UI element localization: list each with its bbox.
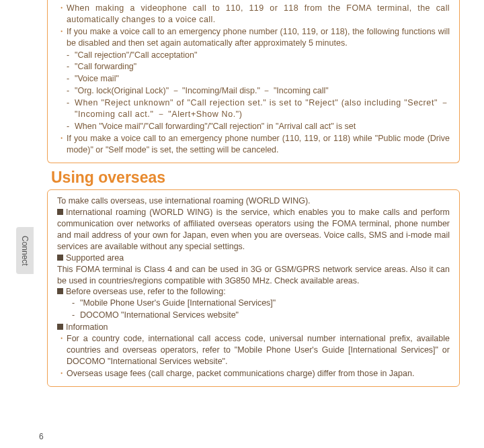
- page-content: ・ When making a videophone call to 110, …: [0, 0, 484, 387]
- item-text: For a country code, international call a…: [67, 333, 450, 367]
- list-sub-item: -"Org. lock(Original Lock)" － "Incoming/…: [57, 85, 450, 97]
- information-label: Information: [57, 322, 450, 333]
- list-sub-item: -"Call forwarding": [57, 61, 450, 73]
- bullet-icon: ・: [57, 26, 67, 49]
- dash-icon: -: [67, 73, 75, 85]
- square-icon: [57, 255, 63, 261]
- dash-icon: -: [72, 310, 80, 321]
- list-sub-item: -When "Reject unknown" of "Call rejectio…: [57, 97, 450, 120]
- bullet-icon: ・: [57, 133, 67, 156]
- item-text: Overseas usage fees (call charge, packet…: [67, 368, 450, 379]
- list-sub-item: -"Voice mail": [57, 73, 450, 85]
- dash-icon: -: [67, 50, 75, 61]
- supported-label: Supported area: [57, 253, 450, 264]
- sub-text: "Mobile Phone User's Guide [Internationa…: [80, 298, 450, 309]
- list-item: ・ For a country code, international call…: [57, 333, 450, 367]
- intro-text: To make calls overseas, use internationa…: [57, 195, 450, 207]
- sub-text: When "Voice mail"/"Call forwarding"/"Cal…: [75, 121, 450, 132]
- before-label-text: Before overseas use, refer to the follow…: [66, 287, 226, 296]
- section-heading-overseas: Using overseas: [51, 169, 460, 187]
- square-icon: [57, 288, 63, 294]
- emergency-info-box: ・ When making a videophone call to 110, …: [47, 0, 460, 163]
- info-label-text: Information: [66, 322, 108, 332]
- bullet-icon: ・: [57, 333, 67, 367]
- list-sub-item: -When "Voice mail"/"Call forwarding"/"Ca…: [57, 121, 450, 132]
- list-item: ・ If you make a voice call to an emergen…: [57, 26, 450, 49]
- square-icon: [57, 324, 63, 330]
- item-text: If you make a voice call to an emergency…: [67, 133, 450, 156]
- sidebar-tab-connect: Connect: [16, 227, 34, 274]
- supported-label-text: Supported area: [66, 253, 124, 263]
- item-text: If you make a voice call to an emergency…: [67, 26, 450, 49]
- dash-icon: -: [67, 61, 75, 73]
- list-item: ・ When making a videophone call to 110, …: [57, 3, 450, 26]
- dash-icon: -: [67, 85, 75, 97]
- dash-icon: -: [67, 121, 75, 132]
- overseas-info-box: To make calls overseas, use internationa…: [47, 189, 460, 387]
- dash-icon: -: [72, 298, 80, 309]
- bullet-icon: ・: [57, 3, 67, 26]
- list-sub-item: -"Call rejection"/"Call acceptation": [57, 50, 450, 61]
- sub-text: "Call forwarding": [75, 61, 450, 73]
- item-text: When making a videophone call to 110, 11…: [67, 3, 450, 26]
- list-sub-item: -DOCOMO "International Services website": [57, 310, 450, 321]
- supported-text: This FOMA terminal is Class 4 and can be…: [57, 264, 450, 287]
- page-number: 6: [39, 432, 44, 441]
- sub-text: "Call rejection"/"Call acceptation": [75, 50, 450, 61]
- sub-text: "Voice mail": [75, 73, 450, 85]
- worldwing-block: International roaming (WORLD WING) is th…: [57, 207, 450, 253]
- worldwing-text: International roaming (WORLD WING) is th…: [57, 208, 450, 251]
- list-item: ・ Overseas usage fees (call charge, pack…: [57, 368, 450, 379]
- sub-text: DOCOMO "International Services website": [80, 310, 450, 321]
- dash-icon: -: [67, 97, 75, 120]
- list-sub-item: -"Mobile Phone User's Guide [Internation…: [57, 298, 450, 309]
- square-icon: [57, 209, 63, 215]
- list-item: ・ If you make a voice call to an emergen…: [57, 133, 450, 156]
- before-label: Before overseas use, refer to the follow…: [57, 286, 450, 298]
- sub-text: When "Reject unknown" of "Call rejection…: [75, 97, 450, 120]
- sidebar-label: Connect: [20, 236, 30, 266]
- bullet-icon: ・: [57, 368, 67, 379]
- sub-text: "Org. lock(Original Lock)" － "Incoming/M…: [75, 85, 450, 97]
